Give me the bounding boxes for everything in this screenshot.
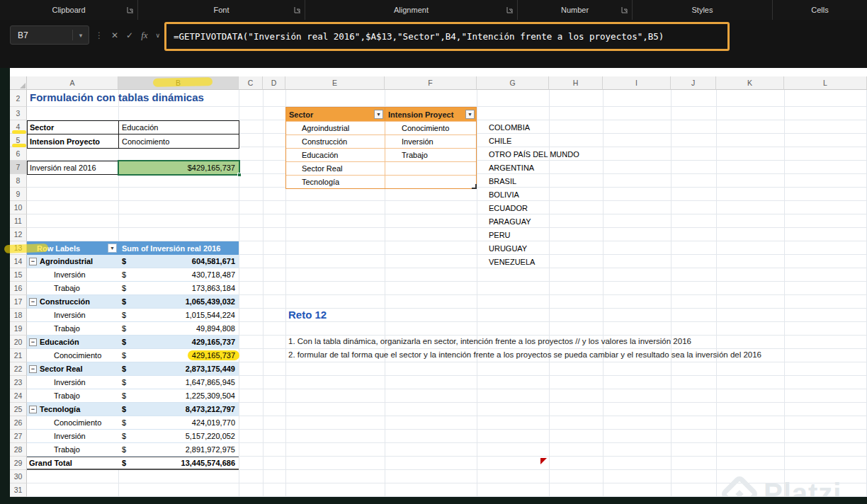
dialog-launcher-icon[interactable] (127, 6, 134, 13)
pivot-row-label-cell[interactable]: − Inversión (27, 268, 118, 281)
pivot-row-value-cell[interactable]: $ 1,015,544,224 (118, 309, 239, 321)
column-header[interactable]: E (285, 76, 385, 90)
country-cell[interactable]: PARAGUAY (477, 214, 576, 228)
country-cell[interactable]: ARGENTINA (477, 161, 576, 174)
intension-header-cell[interactable]: Intension Proyect ▼ (385, 108, 476, 121)
sector-filter-dropdown[interactable]: ▼ (374, 110, 383, 119)
row-header[interactable]: 8 (10, 174, 27, 188)
row-header[interactable]: 26 (10, 416, 27, 430)
row-header[interactable]: 31 (10, 483, 27, 497)
pivot-row[interactable]: − Conocimiento $ 429,165,737 (27, 349, 239, 362)
pivot-row-label-cell[interactable]: − Trabajo (27, 282, 118, 294)
country-cell[interactable]: URUGUAY (477, 241, 576, 255)
pivot-row-label-cell[interactable]: − Agroindustrial (27, 255, 118, 268)
row-labels-filter-dropdown[interactable]: ▼ (108, 244, 117, 253)
reto-instruction-2[interactable]: 2. formular de tal forma que el sector y… (288, 350, 761, 359)
pivot-row[interactable]: − Construcción $ 1,065,439,032 (27, 295, 239, 309)
collapse-button[interactable]: − (29, 406, 37, 413)
column-header[interactable]: A (27, 76, 118, 90)
country-cell[interactable]: VENEZUELA (477, 255, 576, 268)
pivot-row-value-cell[interactable]: $ 424,019,770 (118, 416, 239, 429)
pivot-row[interactable]: − Inversión $ 5,157,220,052 (27, 430, 239, 443)
cancel-button[interactable]: ✕ (111, 30, 118, 40)
pivot-row-label-cell[interactable]: − Tecnología (27, 403, 118, 416)
formula-input[interactable]: =GETPIVOTDATA("Inversión real 2016",$A$1… (164, 22, 730, 51)
sheet-title-cell[interactable]: Formulación con tablas dinámicas (30, 91, 204, 103)
inversion-label-cell[interactable]: Inversión real 2016 (27, 161, 118, 175)
pivot-row-label-cell[interactable]: − Trabajo (27, 443, 118, 456)
row-header[interactable]: 19 (10, 322, 27, 336)
row-header[interactable]: 3 (10, 107, 27, 120)
row-header[interactable]: 22 (10, 362, 27, 376)
row-header[interactable]: 10 (10, 201, 27, 214)
country-cell[interactable]: BOLIVIA (477, 188, 576, 201)
pivot-row-value-cell[interactable]: $ 429,165,737 (118, 336, 239, 348)
row-header[interactable]: 16 (10, 282, 27, 295)
pivot-row-label-cell[interactable]: − Grand Total (27, 457, 118, 469)
country-cell[interactable]: PERU (477, 228, 576, 241)
pivot-row[interactable]: − Conocimiento $ 424,019,770 (27, 416, 239, 430)
pivot-row-value-cell[interactable]: $ 8,473,212,797 (118, 403, 239, 416)
reto-title-cell[interactable]: Reto 12 (288, 309, 327, 321)
pivot-row[interactable]: − Inversión $ 1,647,865,945 (27, 376, 239, 389)
sector-table-row[interactable]: Agroindustrial Conocimiento (286, 121, 476, 134)
row-header[interactable]: 11 (10, 214, 27, 228)
pivot-row-value-cell[interactable]: $ 604,581,671 (118, 255, 239, 268)
collapse-button[interactable]: − (29, 365, 37, 373)
reto-instruction-1[interactable]: 1. Con la tabla dinámica, organizarla en… (288, 337, 691, 345)
pivot-row[interactable]: − Inversión $ 430,718,487 (27, 268, 239, 282)
pivot-row[interactable]: − Inversión $ 1,015,544,224 (27, 309, 239, 322)
intension-cell[interactable]: Inversión (385, 134, 476, 148)
column-header[interactable]: J (671, 76, 716, 90)
pivot-row[interactable]: − Grand Total $ 13,445,574,686 (27, 457, 239, 470)
pivot-row-value-cell[interactable]: $ 429,165,737 (118, 349, 239, 362)
row-labels-header-cell[interactable]: Row Labels ▼ (27, 241, 118, 255)
expand-formula-icon[interactable]: ∨ (156, 32, 161, 39)
row-header[interactable]: 2 (10, 90, 27, 107)
intension-value-cell[interactable]: Conocimiento (119, 134, 239, 148)
intension-cell[interactable]: Conocimiento (385, 121, 476, 134)
table-resize-handle[interactable] (472, 184, 477, 189)
row-header[interactable]: 15 (10, 268, 27, 282)
dialog-launcher-icon[interactable] (621, 6, 628, 13)
collapse-button[interactable]: − (29, 338, 37, 346)
pivot-row[interactable]: − Agroindustrial $ 604,581,671 (27, 255, 239, 268)
sector-cell[interactable]: Tecnología (286, 175, 385, 188)
pivot-row[interactable]: − Trabajo $ 173,863,184 (27, 282, 239, 295)
pivot-row-value-cell[interactable]: $ 5,157,220,052 (118, 430, 239, 442)
row-header[interactable]: 14 (10, 255, 27, 268)
pivot-row-label-cell[interactable]: − Inversión (27, 309, 118, 321)
sector-cell[interactable]: Construcción (286, 134, 385, 148)
column-header[interactable]: D (263, 76, 285, 90)
row-header[interactable]: 17 (10, 295, 27, 309)
pivot-row-value-cell[interactable]: $ 2,891,972,975 (118, 443, 239, 456)
pivot-row-label-cell[interactable]: − Inversión (27, 376, 118, 389)
intension-cell[interactable] (385, 175, 476, 188)
row-header[interactable]: 18 (10, 309, 27, 322)
column-header[interactable]: F (385, 76, 477, 90)
pivot-row[interactable]: − Trabajo $ 2,891,972,975 (27, 443, 239, 457)
row-header[interactable]: 27 (10, 430, 27, 443)
sector-table-row[interactable]: Construcción Inversión (286, 134, 476, 148)
row-header[interactable]: 6 (10, 147, 27, 161)
pivot-row-label-cell[interactable]: − Conocimiento (27, 349, 118, 362)
select-all-corner[interactable] (10, 76, 27, 90)
pivot-row-value-cell[interactable]: $ 173,863,184 (118, 282, 239, 294)
pivot-row-value-cell[interactable]: $ 13,445,574,686 (118, 457, 239, 469)
sector-cell[interactable]: Educación (286, 148, 385, 161)
sector-cell[interactable]: Sector Real (286, 161, 385, 175)
row-header[interactable]: 7 (10, 161, 27, 174)
row-header[interactable]: 9 (10, 188, 27, 201)
collapse-button[interactable]: − (29, 258, 37, 265)
pivot-row[interactable]: − Sector Real $ 2,873,175,449 (27, 362, 239, 376)
selected-cell-b7[interactable]: $429,165,737 (118, 160, 240, 176)
name-box[interactable]: B7 ▾ (10, 25, 89, 45)
pivot-row-value-cell[interactable]: $ 1,065,439,032 (118, 295, 239, 308)
country-cell[interactable]: ECUADOR (477, 201, 576, 214)
row-header[interactable]: 25 (10, 403, 27, 416)
pivot-row-label-cell[interactable]: − Trabajo (27, 322, 118, 335)
row-header[interactable]: 29 (10, 457, 27, 470)
sector-header-cell[interactable]: Sector ▼ (286, 108, 385, 121)
pivot-row-value-cell[interactable]: $ 1,647,865,945 (118, 376, 239, 389)
column-header[interactable]: G (477, 76, 549, 90)
